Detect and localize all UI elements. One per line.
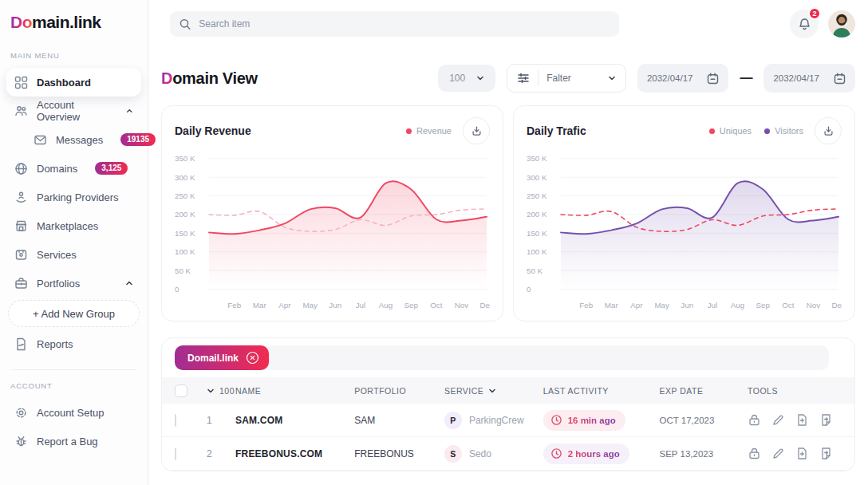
column-header-last-activity: LAST ACTIVITY — [543, 386, 660, 396]
column-header-exp-date: EXP DATE — [660, 386, 748, 396]
select-all-checkbox[interactable] — [175, 384, 187, 397]
page-title-rest: omain View — [172, 69, 258, 87]
date-from-picker[interactable]: 2032/04/17 — [637, 64, 729, 93]
last-activity-badge: 2 hours ago — [543, 444, 629, 464]
download-icon — [823, 125, 834, 137]
sidebar-divider — [10, 369, 137, 370]
chart-title: Daily Revenue — [175, 124, 251, 137]
row-checkbox[interactable] — [175, 414, 176, 427]
account-section-label: ACCOUNT — [6, 381, 141, 390]
storefront-icon — [14, 219, 28, 233]
sidebar-item-report-a-bug[interactable]: Report a Bug — [6, 427, 141, 455]
svg-text:Sep: Sep — [756, 301, 770, 310]
svg-text:350 K: 350 K — [175, 154, 195, 163]
svg-text:Aug: Aug — [731, 301, 744, 310]
exp-date: OCT 17,2023 — [660, 416, 748, 425]
briefcase-icon — [14, 277, 28, 290]
edit-icon[interactable] — [771, 413, 785, 427]
svg-text:250 K: 250 K — [175, 191, 195, 200]
svg-text:Jun: Jun — [329, 301, 341, 310]
chevron-down-icon — [488, 387, 496, 395]
user-avatar[interactable] — [828, 10, 855, 37]
download-chart-button[interactable] — [815, 117, 842, 144]
sidebar-item-account-overview[interactable]: Account Overview — [6, 97, 141, 125]
legend-label: Revenue — [416, 126, 452, 136]
svg-text:350 K: 350 K — [527, 154, 547, 163]
download-chart-button[interactable] — [463, 117, 490, 144]
edit-icon[interactable] — [771, 447, 785, 460]
chevron-down-icon — [207, 387, 215, 395]
domains-count-badge: 3,125 — [95, 162, 128, 175]
daily-revenue-card: Daily Revenue Revenue 350 K300 K250 K200… — [161, 105, 503, 321]
row-checkbox[interactable] — [175, 448, 176, 460]
sidebar-item-domains[interactable]: Domains 3,125 — [6, 154, 141, 183]
sidebar-item-account-setup[interactable]: Account Setup — [6, 398, 141, 427]
remove-chip-icon[interactable] — [246, 351, 259, 365]
lock-icon[interactable] — [748, 413, 761, 427]
filter-dropdown[interactable]: Falter — [507, 64, 626, 93]
sidebar-item-messages[interactable]: Messages 19135 — [6, 125, 141, 154]
file-export-icon[interactable] — [819, 447, 833, 460]
legend-dot-visitors — [764, 128, 770, 134]
gear-icon — [14, 406, 28, 420]
svg-text:150 K: 150 K — [175, 229, 195, 238]
file-add-icon[interactable] — [795, 447, 809, 460]
sidebar-item-dashboard[interactable]: Dashboard — [6, 68, 141, 97]
sidebar-item-label: Marketplaces — [37, 220, 98, 232]
sidebar-item-services[interactable]: Services — [6, 240, 141, 269]
filter-chip[interactable]: Domail.link — [175, 345, 269, 370]
notification-count-badge: 2 — [808, 7, 821, 20]
sidebar-item-label: Portfolios — [37, 278, 80, 290]
svg-text:Nov: Nov — [807, 301, 820, 310]
sidebar-item-parking-providers[interactable]: Parking Providers — [6, 183, 141, 211]
svg-text:Aug: Aug — [379, 301, 393, 310]
svg-text:Mar: Mar — [605, 301, 619, 310]
date-from-value: 2032/04/17 — [647, 73, 693, 83]
svg-text:100 K: 100 K — [527, 247, 547, 256]
column-header-portfolio: PORTFOLIO — [354, 386, 444, 396]
table-header: 100 NAME PORTFOLIO SERVICE LAST ACTIVITY… — [162, 377, 854, 404]
bug-icon — [14, 435, 28, 448]
svg-text:50 K: 50 K — [175, 266, 191, 274]
date-to-picker[interactable]: 2032/04/17 — [763, 64, 855, 93]
svg-text:May: May — [302, 301, 318, 310]
add-new-group-button[interactable]: + Add New Group — [8, 300, 140, 327]
sidebar-item-label: Reports — [37, 338, 73, 350]
filter-chip-track: Domail.link — [175, 345, 829, 370]
page-title: Domain View — [161, 69, 258, 88]
page-size-select[interactable]: 100 — [438, 65, 495, 92]
notifications-button[interactable]: 2 — [790, 10, 819, 38]
filter-label: Falter — [546, 73, 571, 84]
package-icon — [14, 248, 28, 262]
search-icon — [180, 18, 191, 30]
chevron-down-icon — [476, 74, 484, 82]
daily-revenue-chart: 350 K300 K250 K200 K150 K100 K50 K0FebMa… — [175, 151, 490, 313]
table-row: 1 SAM.COM SAM P ParkingCrew 16 min ago O… — [162, 404, 854, 437]
service-cell: S Sedo — [444, 445, 543, 463]
file-export-icon[interactable] — [819, 413, 833, 427]
file-add-icon[interactable] — [795, 413, 809, 427]
page-size-value: 100 — [449, 73, 465, 84]
sidebar-item-reports[interactable]: Reports — [6, 329, 141, 358]
table-count-select[interactable]: 100 — [207, 386, 235, 396]
sidebar-item-label: Domains — [37, 163, 77, 175]
content: Domain View 100 Falter 203 — [148, 48, 868, 471]
envelope-icon — [34, 133, 47, 147]
sidebar-item-marketplaces[interactable]: Marketplaces — [6, 211, 141, 240]
sidebar-item-portfolios[interactable]: Portfolios — [6, 269, 141, 298]
topbar: 2 — [148, 0, 868, 48]
page-controls: 100 Falter 2032/04/17 — — [438, 64, 855, 93]
lock-icon[interactable] — [748, 447, 761, 460]
column-header-service[interactable]: SERVICE — [444, 386, 543, 396]
svg-text:300 K: 300 K — [175, 173, 195, 182]
messages-count-badge: 19135 — [120, 133, 156, 146]
svg-text:0: 0 — [527, 285, 531, 294]
search-input[interactable] — [199, 18, 610, 30]
column-header-tools: TOOLS — [748, 386, 842, 396]
sidebar-item-label: Dashboard — [37, 77, 91, 89]
charts-row: Daily Revenue Revenue 350 K300 K250 K200… — [161, 105, 855, 321]
svg-text:Mar: Mar — [253, 301, 267, 310]
sidebar: Domain.link MAIN MENU Dashboard Account … — [0, 0, 148, 485]
chart-legend: Uniques Visitors — [709, 126, 803, 136]
svg-text:200 K: 200 K — [175, 210, 195, 219]
